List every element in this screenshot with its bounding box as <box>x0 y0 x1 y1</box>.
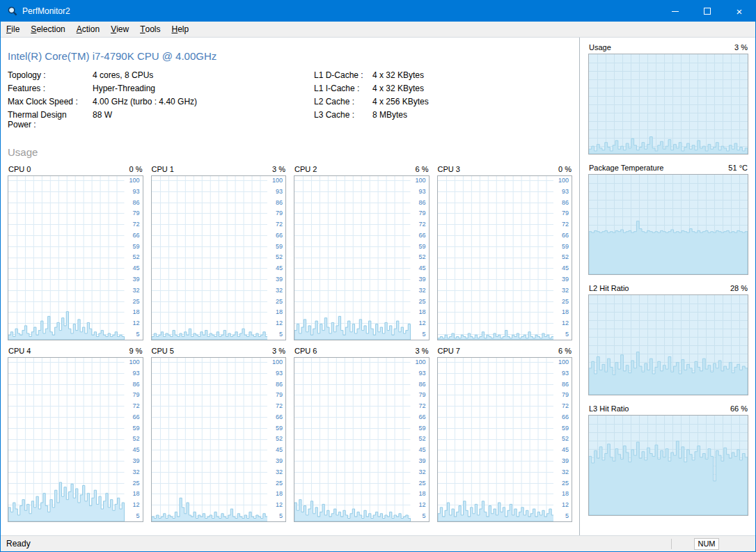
cpu5-chart: 100938679726659524539322518125 <box>151 357 287 522</box>
info-value: 4 x 256 KBytes <box>372 97 429 107</box>
menu-item-view[interactable]: View <box>105 22 134 37</box>
cpu6-plot <box>294 358 411 521</box>
cpu4-plot <box>8 358 125 521</box>
cpu3-label: CPU 3 <box>438 165 460 173</box>
titlebar: PerfMonitor2 × <box>1 1 755 22</box>
l3-hit-ratio-value: 66 % <box>730 404 748 413</box>
cpu3-usage-value: 0 % <box>558 165 572 173</box>
cpu6-chart: 100938679726659524539322518125 <box>294 357 430 522</box>
cpu-info-left: Topology : 4 cores, 8 CPUs Features : Hy… <box>8 70 314 129</box>
window-controls: × <box>659 1 755 22</box>
cpu1-header: CPU 1 3 % <box>151 165 287 173</box>
cpu6-label: CPU 6 <box>294 347 317 355</box>
l2-hit-ratio-label: L2 Hit Ratio <box>589 284 629 292</box>
window-title: PerfMonitor2 <box>22 6 70 16</box>
menu-item-tools[interactable]: Tools <box>134 22 166 37</box>
package-temperature-chart <box>588 174 748 275</box>
cpu1-usage-value: 3 % <box>272 165 285 173</box>
cpu4-usage-value: 9 % <box>129 347 143 355</box>
info-label: L1 I-Cache : <box>314 84 372 93</box>
cpu7-usage-value: 6 % <box>558 347 572 355</box>
cpu5-label: CPU 5 <box>152 347 174 355</box>
close-icon: × <box>737 6 743 17</box>
statusbar-separator <box>671 539 672 549</box>
cpu7-header: CPU 7 6 % <box>437 347 573 355</box>
menu-item-selection[interactable]: Selection <box>25 22 70 37</box>
cpu6-usage-value: 3 % <box>416 347 429 355</box>
overall-usage-plot <box>589 54 748 154</box>
cpu7-label: CPU 7 <box>438 347 460 355</box>
l2-hit-ratio-plot <box>589 295 748 395</box>
cpu4-chart: 100938679726659524539322518125 <box>8 357 143 522</box>
cpu2-chart: 100938679726659524539322518125 <box>294 175 430 340</box>
cpu4-header: CPU 4 9 % <box>8 347 143 355</box>
menu-item-help[interactable]: Help <box>166 22 195 37</box>
cpu0-usage-value: 0 % <box>129 165 143 173</box>
l2-hit-ratio-chart <box>588 294 748 395</box>
overall-usage-value: 3 % <box>734 43 748 52</box>
num-lock-indicator: NUM <box>694 538 719 550</box>
cpu4-cell: CPU 4 9 % 100938679726659524539322518125 <box>8 347 143 522</box>
cpu3-cell: CPU 3 0 % 100938679726659524539322518125 <box>437 165 573 340</box>
info-value: 4.00 GHz (turbo : 4.40 GHz) <box>93 97 314 107</box>
main-panel: Intel(R) Core(TM) i7-4790K CPU @ 4.00GHz… <box>1 38 579 535</box>
cpu7-plot <box>438 358 554 521</box>
info-label: Features : <box>8 84 93 93</box>
cpu-chart-grid: CPU 0 0 % 100938679726659524539322518125… <box>8 165 572 522</box>
package-temperature-section: Package Temperature 51 °C <box>588 164 748 275</box>
info-value: 4 x 32 KBytes <box>372 84 429 93</box>
info-value: 8 MBytes <box>372 110 429 120</box>
menu-item-action[interactable]: Action <box>71 22 105 37</box>
package-temperature-plot <box>589 175 748 274</box>
cpu7-cell: CPU 7 6 % 100938679726659524539322518125 <box>437 347 573 522</box>
cpu0-header: CPU 0 0 % <box>8 165 143 173</box>
minimize-icon <box>672 11 679 12</box>
cpu6-yaxis: 100938679726659524539322518125 <box>412 358 427 519</box>
close-button[interactable]: × <box>723 1 755 22</box>
cpu3-yaxis: 100938679726659524539322518125 <box>555 177 570 338</box>
overall-usage-section: Usage 3 % <box>588 43 748 155</box>
cpu1-plot <box>152 176 268 340</box>
cpu1-chart: 100938679726659524539322518125 <box>151 175 287 340</box>
l3-hit-ratio-chart <box>588 415 748 516</box>
menu-item-file[interactable]: File <box>1 22 25 37</box>
statusbar: Ready NUM <box>1 535 755 551</box>
cpu3-plot <box>438 176 554 340</box>
l2-hit-ratio-section: L2 Hit Ratio 28 % <box>588 284 748 395</box>
cpu2-header: CPU 2 6 % <box>294 165 430 173</box>
cpu3-chart: 100938679726659524539322518125 <box>437 175 573 340</box>
cpu-info-right: L1 D-Cache : 4 x 32 KBytes L1 I-Cache : … <box>314 70 429 129</box>
cpu5-cell: CPU 5 3 % 100938679726659524539322518125 <box>151 347 287 522</box>
l3-hit-ratio-label: L3 Hit Ratio <box>589 404 629 413</box>
overall-usage-label: Usage <box>589 43 611 52</box>
maximize-button[interactable] <box>691 1 723 22</box>
info-label: L3 Cache : <box>314 110 372 120</box>
cpu0-chart: 100938679726659524539322518125 <box>8 175 143 340</box>
cpu1-label: CPU 1 <box>152 165 174 173</box>
package-temperature-value: 51 °C <box>728 164 748 172</box>
info-label: Thermal Design Power : <box>8 110 93 129</box>
cpu5-plot <box>152 358 268 521</box>
cpu7-chart: 100938679726659524539322518125 <box>437 357 573 522</box>
maximize-icon <box>704 8 711 15</box>
cpu3-header: CPU 3 0 % <box>437 165 573 173</box>
cpu2-cell: CPU 2 6 % 100938679726659524539322518125 <box>294 165 430 340</box>
info-label: L2 Cache : <box>314 97 372 107</box>
statusbar-right: NUM <box>671 538 755 550</box>
minimize-button[interactable] <box>659 1 691 22</box>
l3-hit-ratio-header: L3 Hit Ratio 66 % <box>588 404 748 413</box>
info-value: 4 cores, 8 CPUs <box>93 70 314 80</box>
cpu2-label: CPU 2 <box>294 165 317 173</box>
cpu5-yaxis: 100938679726659524539322518125 <box>269 358 284 519</box>
cpu6-header: CPU 6 3 % <box>294 347 430 355</box>
app-icon <box>7 6 18 17</box>
cpu0-yaxis: 100938679726659524539322518125 <box>126 177 141 338</box>
status-message: Ready <box>1 539 31 549</box>
cpu0-label: CPU 0 <box>8 165 31 173</box>
l3-hit-ratio-plot <box>589 416 748 515</box>
summary-panel: Usage 3 % Package Temperature 51 °C <box>579 38 755 535</box>
body-area: Intel(R) Core(TM) i7-4790K CPU @ 4.00GHz… <box>1 38 755 535</box>
info-value: 4 x 32 KBytes <box>372 70 429 80</box>
cpu2-usage-value: 6 % <box>416 165 429 173</box>
l2-hit-ratio-header: L2 Hit Ratio 28 % <box>588 284 748 292</box>
